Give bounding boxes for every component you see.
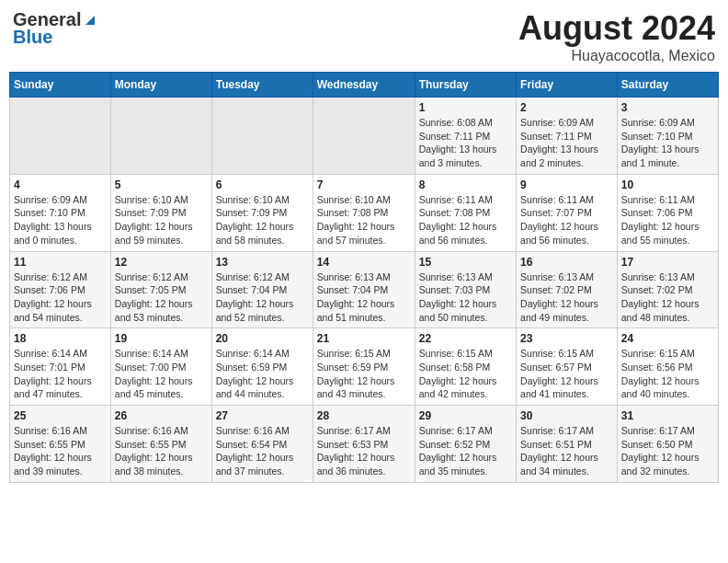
day-number: 28 bbox=[317, 409, 411, 422]
title-section: August 2024 Huayacocotla, Mexico bbox=[518, 9, 715, 64]
calendar-cell: 6Sunrise: 6:10 AMSunset: 7:09 PMDaylight… bbox=[211, 174, 313, 251]
day-info: Sunrise: 6:16 AMSunset: 6:55 PMDaylight:… bbox=[115, 424, 208, 478]
calendar-cell: 24Sunrise: 6:15 AMSunset: 6:56 PMDayligh… bbox=[617, 328, 718, 406]
day-info: Sunrise: 6:09 AMSunset: 7:10 PMDaylight:… bbox=[621, 116, 714, 170]
page-title: August 2024 bbox=[518, 9, 715, 48]
calendar-cell: 22Sunrise: 6:15 AMSunset: 6:58 PMDayligh… bbox=[415, 328, 516, 406]
day-info: Sunrise: 6:12 AMSunset: 7:05 PMDaylight:… bbox=[115, 270, 208, 325]
weekday-header: Saturday bbox=[617, 73, 718, 98]
calendar-cell: 8Sunrise: 6:11 AMSunset: 7:08 PMDaylight… bbox=[415, 174, 516, 251]
day-info: Sunrise: 6:16 AMSunset: 6:54 PMDaylight:… bbox=[216, 424, 309, 478]
day-info: Sunrise: 6:16 AMSunset: 6:55 PMDaylight:… bbox=[14, 424, 107, 478]
day-number: 31 bbox=[621, 409, 714, 422]
day-info: Sunrise: 6:17 AMSunset: 6:50 PMDaylight:… bbox=[621, 424, 714, 478]
day-number: 13 bbox=[216, 256, 309, 269]
day-info: Sunrise: 6:14 AMSunset: 7:01 PMDaylight:… bbox=[14, 347, 107, 401]
logo: General Blue bbox=[13, 9, 98, 48]
day-number: 25 bbox=[14, 409, 107, 422]
day-info: Sunrise: 6:09 AMSunset: 7:10 PMDaylight:… bbox=[14, 193, 107, 247]
day-info: Sunrise: 6:08 AMSunset: 7:11 PMDaylight:… bbox=[419, 116, 512, 170]
calendar-week-row: 25Sunrise: 6:16 AMSunset: 6:55 PMDayligh… bbox=[10, 406, 719, 483]
calendar-table: SundayMondayTuesdayWednesdayThursdayFrid… bbox=[9, 72, 719, 483]
weekday-header: Thursday bbox=[415, 73, 516, 98]
day-number: 15 bbox=[419, 256, 512, 269]
day-info: Sunrise: 6:09 AMSunset: 7:11 PMDaylight:… bbox=[520, 116, 613, 170]
calendar-cell: 11Sunrise: 6:12 AMSunset: 7:06 PMDayligh… bbox=[10, 251, 111, 328]
day-info: Sunrise: 6:13 AMSunset: 7:04 PMDaylight:… bbox=[317, 270, 411, 325]
calendar-cell: 21Sunrise: 6:15 AMSunset: 6:59 PMDayligh… bbox=[313, 328, 415, 406]
weekday-header: Tuesday bbox=[211, 73, 313, 98]
day-info: Sunrise: 6:12 AMSunset: 7:06 PMDaylight:… bbox=[14, 270, 107, 325]
day-number: 22 bbox=[419, 332, 512, 345]
day-number: 29 bbox=[419, 409, 512, 422]
calendar-week-row: 11Sunrise: 6:12 AMSunset: 7:06 PMDayligh… bbox=[10, 251, 719, 328]
day-info: Sunrise: 6:13 AMSunset: 7:03 PMDaylight:… bbox=[419, 270, 512, 325]
day-info: Sunrise: 6:13 AMSunset: 7:02 PMDaylight:… bbox=[621, 270, 714, 325]
page-header: General Blue August 2024 Huayacocotla, M… bbox=[9, 9, 719, 64]
calendar-cell bbox=[211, 98, 313, 175]
day-info: Sunrise: 6:15 AMSunset: 6:59 PMDaylight:… bbox=[317, 347, 411, 401]
day-number: 5 bbox=[115, 178, 208, 191]
calendar-cell bbox=[10, 98, 111, 175]
day-info: Sunrise: 6:13 AMSunset: 7:02 PMDaylight:… bbox=[520, 270, 613, 325]
calendar-cell: 10Sunrise: 6:11 AMSunset: 7:06 PMDayligh… bbox=[617, 174, 718, 251]
calendar-cell: 15Sunrise: 6:13 AMSunset: 7:03 PMDayligh… bbox=[415, 251, 516, 328]
calendar-cell: 29Sunrise: 6:17 AMSunset: 6:52 PMDayligh… bbox=[415, 406, 516, 483]
day-number: 10 bbox=[621, 178, 714, 191]
calendar-cell: 18Sunrise: 6:14 AMSunset: 7:01 PMDayligh… bbox=[10, 328, 111, 406]
calendar-cell: 1Sunrise: 6:08 AMSunset: 7:11 PMDaylight… bbox=[415, 98, 516, 175]
calendar-cell bbox=[313, 98, 415, 175]
calendar-cell: 28Sunrise: 6:17 AMSunset: 6:53 PMDayligh… bbox=[313, 406, 415, 483]
weekday-header: Monday bbox=[110, 73, 211, 98]
day-number: 21 bbox=[317, 332, 411, 345]
calendar-cell: 30Sunrise: 6:17 AMSunset: 6:51 PMDayligh… bbox=[517, 406, 618, 483]
day-number: 14 bbox=[317, 256, 411, 269]
day-info: Sunrise: 6:17 AMSunset: 6:52 PMDaylight:… bbox=[419, 424, 512, 478]
day-number: 6 bbox=[216, 178, 309, 191]
day-number: 16 bbox=[520, 256, 613, 269]
svg-marker-0 bbox=[85, 16, 95, 25]
calendar-cell: 17Sunrise: 6:13 AMSunset: 7:02 PMDayligh… bbox=[617, 251, 718, 328]
calendar-cell: 27Sunrise: 6:16 AMSunset: 6:54 PMDayligh… bbox=[211, 406, 313, 483]
day-number: 7 bbox=[317, 178, 411, 191]
calendar-week-row: 4Sunrise: 6:09 AMSunset: 7:10 PMDaylight… bbox=[10, 174, 719, 251]
calendar-cell: 31Sunrise: 6:17 AMSunset: 6:50 PMDayligh… bbox=[617, 406, 718, 483]
day-info: Sunrise: 6:11 AMSunset: 7:06 PMDaylight:… bbox=[621, 193, 714, 247]
day-info: Sunrise: 6:17 AMSunset: 6:53 PMDaylight:… bbox=[317, 424, 411, 478]
day-number: 19 bbox=[115, 332, 208, 345]
calendar-cell: 26Sunrise: 6:16 AMSunset: 6:55 PMDayligh… bbox=[110, 406, 211, 483]
calendar-week-row: 1Sunrise: 6:08 AMSunset: 7:11 PMDaylight… bbox=[10, 98, 719, 175]
day-info: Sunrise: 6:10 AMSunset: 7:09 PMDaylight:… bbox=[216, 193, 309, 247]
day-number: 20 bbox=[216, 332, 309, 345]
day-info: Sunrise: 6:12 AMSunset: 7:04 PMDaylight:… bbox=[216, 270, 309, 325]
day-number: 17 bbox=[621, 256, 714, 269]
calendar-week-row: 18Sunrise: 6:14 AMSunset: 7:01 PMDayligh… bbox=[10, 328, 719, 406]
day-number: 26 bbox=[115, 409, 208, 422]
calendar-cell: 23Sunrise: 6:15 AMSunset: 6:57 PMDayligh… bbox=[517, 328, 618, 406]
calendar-cell: 20Sunrise: 6:14 AMSunset: 6:59 PMDayligh… bbox=[211, 328, 313, 406]
calendar-cell: 4Sunrise: 6:09 AMSunset: 7:10 PMDaylight… bbox=[10, 174, 111, 251]
day-info: Sunrise: 6:10 AMSunset: 7:09 PMDaylight:… bbox=[115, 193, 208, 247]
day-number: 2 bbox=[520, 101, 613, 114]
calendar-cell: 9Sunrise: 6:11 AMSunset: 7:07 PMDaylight… bbox=[517, 174, 618, 251]
day-info: Sunrise: 6:11 AMSunset: 7:07 PMDaylight:… bbox=[520, 193, 613, 247]
calendar-cell: 25Sunrise: 6:16 AMSunset: 6:55 PMDayligh… bbox=[10, 406, 111, 483]
calendar-cell: 12Sunrise: 6:12 AMSunset: 7:05 PMDayligh… bbox=[110, 251, 211, 328]
day-number: 18 bbox=[14, 332, 107, 345]
day-number: 11 bbox=[14, 256, 107, 269]
day-number: 4 bbox=[14, 178, 107, 191]
day-number: 23 bbox=[520, 332, 613, 345]
calendar-cell bbox=[110, 98, 211, 175]
day-number: 1 bbox=[419, 101, 512, 114]
day-info: Sunrise: 6:15 AMSunset: 6:56 PMDaylight:… bbox=[621, 347, 714, 401]
day-number: 8 bbox=[419, 178, 512, 191]
calendar-cell: 5Sunrise: 6:10 AMSunset: 7:09 PMDaylight… bbox=[110, 174, 211, 251]
day-info: Sunrise: 6:11 AMSunset: 7:08 PMDaylight:… bbox=[419, 193, 512, 247]
logo-triangle-icon bbox=[82, 12, 98, 29]
calendar-cell: 7Sunrise: 6:10 AMSunset: 7:08 PMDaylight… bbox=[313, 174, 415, 251]
day-number: 27 bbox=[216, 409, 309, 422]
day-number: 24 bbox=[621, 332, 714, 345]
calendar-cell: 14Sunrise: 6:13 AMSunset: 7:04 PMDayligh… bbox=[313, 251, 415, 328]
calendar-cell: 2Sunrise: 6:09 AMSunset: 7:11 PMDaylight… bbox=[517, 98, 618, 175]
day-info: Sunrise: 6:14 AMSunset: 6:59 PMDaylight:… bbox=[216, 347, 309, 401]
